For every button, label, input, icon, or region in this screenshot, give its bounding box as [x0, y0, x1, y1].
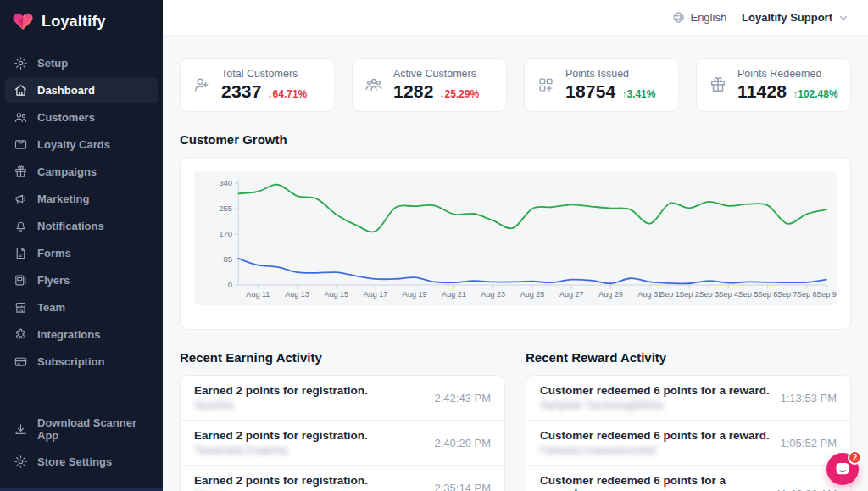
stat-label: Active Customers — [393, 68, 479, 80]
list-item: Earned 2 points for registration. Sparth… — [181, 376, 504, 421]
sidebar-item-label: Setup — [37, 57, 68, 70]
sidebar-item-team[interactable]: Team — [5, 294, 158, 321]
svg-text:Aug 25: Aug 25 — [520, 290, 545, 299]
sidebar-item-setup[interactable]: Setup — [5, 50, 158, 76]
activity-timestamp: 1:13:53 PM — [781, 392, 837, 405]
activity-timestamp: 2:35:14 PM — [435, 482, 492, 491]
customer-name-redacted: Tawanlaliq Kaqehwj — [194, 444, 368, 456]
sidebar: Loyaltify Setup Dashboard Customers Loya… — [0, 0, 163, 491]
stat-delta: ↑102.48% — [793, 88, 837, 100]
activity-text: Earned 2 points for registration. — [194, 474, 368, 487]
activity-text: Earned 2 points for registration. — [194, 429, 368, 442]
sidebar-item-download-scanner-app[interactable]: Download Scanner App — [5, 410, 158, 448]
customer-name-redacted: Sparthia — [194, 399, 368, 411]
customer-growth-title: Customer Growth — [180, 132, 851, 147]
stats-row: Total Customers 2337 ↓64.71% Active Cust… — [180, 58, 851, 112]
language-label: English — [690, 11, 726, 24]
sidebar-item-campaigns[interactable]: Campaigns — [5, 159, 158, 185]
stat-value: 18754 — [565, 81, 615, 102]
svg-text:Sep 2: Sep 2 — [679, 290, 699, 299]
stat-value: 11428 — [737, 81, 787, 102]
activity-timestamp: 2:42:43 PM — [435, 392, 492, 405]
account-label: Loyaltify Support — [742, 11, 832, 24]
puzzle-icon — [14, 327, 28, 342]
list-item: Earned 2 points for registration. Tawanl… — [181, 421, 504, 466]
megaphone-icon — [14, 192, 28, 206]
sidebar-item-flyers[interactable]: Flyers — [5, 267, 158, 293]
sidebar-item-label: Download Scanner App — [37, 416, 149, 442]
customer-growth-chart-card: 085170255340Aug 11Aug 13Aug 15Aug 17Aug … — [180, 157, 851, 330]
users-icon — [14, 110, 28, 125]
sidebar-spacer — [0, 379, 163, 407]
sidebar-item-loyalty-cards[interactable]: Loyalty Cards — [5, 131, 158, 158]
stat-value: 1282 — [393, 81, 434, 102]
sidebar-item-label: Marketing — [37, 192, 89, 205]
dashboard-content: Total Customers 2337 ↓64.71% Active Cust… — [163, 36, 868, 491]
sidebar-item-customers[interactable]: Customers — [5, 104, 158, 131]
user-plus-icon — [192, 75, 211, 94]
svg-text:170: 170 — [219, 229, 232, 238]
sidebar-item-forms[interactable]: Forms — [5, 240, 158, 266]
list-item: Customer redeemed 6 points for a reward.… — [526, 376, 850, 421]
list-item: Customer redeemed 6 points for a reward.… — [526, 421, 850, 466]
svg-text:Aug 15: Aug 15 — [325, 290, 349, 299]
sidebar-item-label: Integrations — [37, 328, 100, 341]
sidebar-item-label: Dashboard — [37, 84, 95, 97]
sidebar-item-notifications[interactable]: Notifications — [5, 213, 158, 239]
svg-text:Sep 4: Sep 4 — [719, 290, 739, 299]
sidebar-item-subscription[interactable]: Subscription — [5, 349, 158, 375]
svg-text:255: 255 — [219, 204, 232, 213]
customer-growth-line-chart: 085170255340Aug 11Aug 13Aug 15Aug 17Aug … — [194, 171, 837, 305]
activity-text: Earned 2 points for registration. — [194, 384, 368, 397]
stat-label: Points Redeemed — [737, 68, 838, 80]
reward-activity-list: Customer redeemed 6 points for a reward.… — [526, 375, 851, 491]
activity-timestamp: 11:46:32 AM — [776, 488, 837, 491]
brand-logo: Loyaltify — [0, 0, 163, 47]
list-item: Customer redeemed 6 points for a reward.… — [526, 466, 850, 491]
users-group-icon — [364, 75, 383, 94]
svg-text:0: 0 — [228, 280, 232, 289]
sidebar-item-dashboard[interactable]: Dashboard — [5, 77, 158, 103]
flyer-icon — [14, 273, 28, 287]
main-area: English Loyaltify Support Total Customer… — [163, 0, 868, 491]
svg-text:Aug 31: Aug 31 — [638, 290, 663, 299]
chat-unread-badge: 2 — [848, 450, 862, 465]
svg-text:Sep 8: Sep 8 — [797, 290, 817, 299]
sidebar-item-label: Customers — [37, 111, 95, 124]
sidebar-item-integrations[interactable]: Integrations — [5, 321, 158, 348]
recent-reward-title: Recent Reward Activity — [526, 350, 851, 365]
sidebar-item-label: Campaigns — [37, 165, 97, 178]
svg-text:Aug 27: Aug 27 — [559, 290, 584, 299]
sidebar-item-marketing[interactable]: Marketing — [5, 186, 158, 212]
activity-timestamp: 1:05:52 PM — [781, 437, 837, 449]
activity-text: Customer redeemed 6 points for a reward. — [540, 429, 770, 442]
svg-text:Aug 17: Aug 17 — [364, 290, 388, 299]
sidebar-item-label: Team — [37, 301, 65, 314]
storefront-icon — [14, 300, 28, 315]
sidebar-item-label: Forms — [37, 247, 71, 259]
account-menu[interactable]: Loyaltify Support — [742, 11, 849, 24]
svg-text:Aug 19: Aug 19 — [403, 290, 427, 299]
card-icon — [14, 137, 28, 152]
svg-text:Sep 7: Sep 7 — [777, 290, 798, 299]
sidebar-item-label: Flyers — [37, 274, 70, 287]
bell-icon — [14, 219, 28, 233]
chat-widget-button[interactable]: 2 — [826, 453, 859, 485]
stat-card-points-redeemed: Points Redeemed 11428 ↑102.48% — [696, 58, 851, 112]
sidebar-footer: Download Scanner App Store Settings — [0, 407, 163, 488]
svg-text:Aug 13: Aug 13 — [285, 290, 309, 299]
svg-text:Sep 3: Sep 3 — [698, 290, 719, 299]
activity-timestamp: 2:40:20 PM — [435, 437, 492, 449]
language-selector[interactable]: English — [672, 11, 726, 24]
svg-text:85: 85 — [224, 254, 233, 264]
svg-text:340: 340 — [219, 178, 232, 187]
sidebar-item-store-settings[interactable]: Store Settings — [5, 449, 158, 475]
svg-text:Sep 5: Sep 5 — [738, 290, 759, 299]
svg-text:Aug 21: Aug 21 — [442, 290, 466, 299]
sidebar-nav: Setup Dashboard Customers Loyalty Cards … — [0, 47, 163, 379]
chat-icon — [834, 460, 851, 477]
svg-text:Sep 1: Sep 1 — [659, 290, 680, 299]
stat-card-total-customers: Total Customers 2337 ↓64.71% — [180, 58, 335, 112]
svg-text:Sep 9: Sep 9 — [816, 290, 837, 299]
svg-text:Aug 11: Aug 11 — [246, 290, 270, 299]
